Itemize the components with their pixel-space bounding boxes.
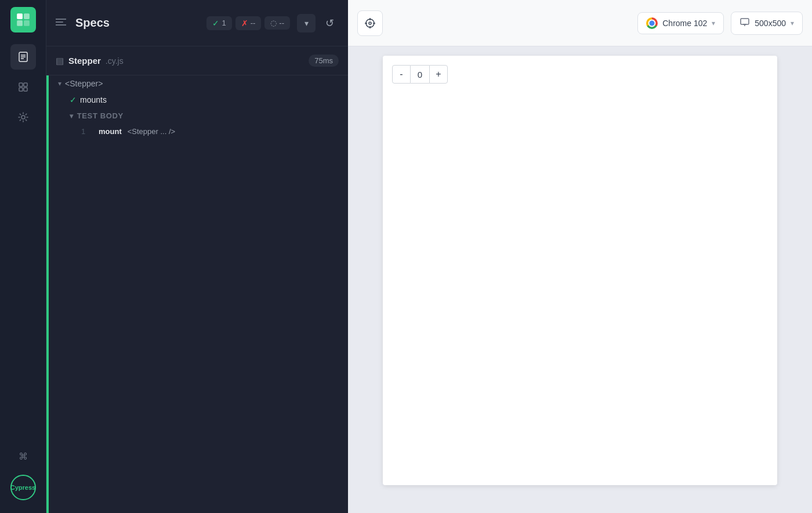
test-tree-container: ▾ <Stepper> ✓ mounts ▾ TEST BODY 1 mount… [46,75,348,513]
passed-count: 1 [222,19,226,27]
svg-point-16 [366,19,374,27]
viewport-size: 500x500 [755,19,786,28]
viewport-selector[interactable]: 500x500 ▾ [731,12,803,35]
sidebar-bottom: ⌘ Cypress [10,443,36,506]
sidebar-item-specs[interactable] [10,44,36,70]
svg-point-12 [21,115,25,119]
cross-icon: ✗ [241,19,248,28]
spec-file-name: ▤ Stepper.cy.js [56,56,124,66]
sidebar-item-settings[interactable] [10,104,36,130]
stepper-value: 0 [411,65,429,84]
stepper-widget: - 0 + [392,65,768,84]
cy-badge[interactable]: Cypress [10,475,36,500]
browser-selector[interactable]: Chrome 102 ▾ [637,12,724,34]
svg-rect-8 [19,83,23,86]
cypress-logo[interactable] [10,7,36,32]
failed-badge: ✗ -- [235,16,262,30]
stepper-minus-button[interactable]: - [392,65,411,84]
browser-chevron-icon: ▾ [712,19,715,27]
header-bar: Specs ✓ 1 ✗ -- ◌ -- ▾ ↺ [46,0,348,46]
svg-rect-10 [19,88,23,91]
keyboard-shortcuts-button[interactable]: ⌘ [10,443,36,469]
code-line-row[interactable]: 1 mount <Stepper ... /> [49,124,348,139]
svg-rect-9 [24,83,27,86]
left-panel: Specs ✓ 1 ✗ -- ◌ -- ▾ ↺ ▤ Stepper.cy.js … [46,0,348,513]
check-icon: ✓ [212,19,219,28]
code-keyword: mount [99,127,122,136]
pending-icon: ◌ [270,19,277,27]
passed-badge: ✓ 1 [206,16,231,30]
duration-badge: 75ms [309,55,339,67]
spec-file-header: ▤ Stepper.cy.js 75ms [46,46,348,75]
reload-button[interactable]: ↺ [320,14,339,32]
status-badges: ✓ 1 ✗ -- ◌ -- [206,16,290,30]
svg-rect-2 [17,20,23,26]
test-body-row[interactable]: ▾ TEST BODY [49,108,348,124]
code-tag: <Stepper ... /> [128,127,175,136]
file-icon: ▤ [56,56,64,66]
viewport-icon [740,17,750,30]
preview-area: - 0 + [348,46,812,513]
right-panel: Chrome 102 ▾ 500x500 ▾ - 0 + [348,0,812,513]
sidebar-item-component[interactable] [10,74,36,100]
icon-sidebar: ⌘ Cypress [0,0,46,513]
page-title: Specs [75,16,200,30]
preview-frame: - 0 + [383,56,777,485]
line-number: 1 [81,127,90,136]
pending-count: -- [279,19,284,27]
svg-point-17 [369,22,371,24]
svg-rect-1 [24,13,30,19]
test-label: mounts [80,95,107,104]
stepper-plus-button[interactable]: + [429,65,448,84]
test-check-icon: ✓ [70,95,77,104]
svg-rect-11 [24,88,27,91]
suite-row[interactable]: ▾ <Stepper> [49,75,348,92]
failed-count: -- [251,19,256,27]
right-header: Chrome 102 ▾ 500x500 ▾ [348,0,812,46]
suite-label: <Stepper> [65,79,103,88]
svg-rect-22 [741,19,749,24]
spec-name-dim: .cy.js [106,56,124,66]
viewport-chevron-icon: ▾ [791,19,794,27]
suite-chevron-icon: ▾ [58,80,61,88]
pending-badge: ◌ -- [264,16,290,30]
test-row[interactable]: ✓ mounts [49,92,348,108]
chrome-icon [646,17,658,29]
dropdown-button[interactable]: ▾ [297,14,316,32]
browser-name: Chrome 102 [662,19,707,28]
test-body-label: TEST BODY [77,111,124,120]
spec-name-bold: Stepper [68,56,101,66]
crosshair-button[interactable] [357,10,383,36]
test-tree: ▾ <Stepper> ✓ mounts ▾ TEST BODY 1 mount… [49,75,348,513]
body-chevron-icon: ▾ [70,112,74,120]
sidebar-nav [10,44,36,443]
svg-rect-3 [24,20,30,26]
menu-icon[interactable] [56,17,66,29]
header-actions: ▾ ↺ [297,14,339,32]
svg-rect-0 [17,13,23,19]
